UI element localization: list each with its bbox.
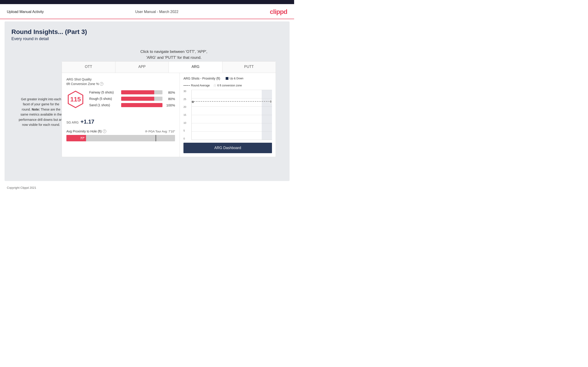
right-panel: ARG Shots - Proximity (ft) Up & Down Rou… — [180, 73, 276, 157]
header: Upload Manual Activity User Manual - Mar… — [0, 4, 294, 19]
card-body: ARG Shot Quality 6ft Conversion Zone % ? — [62, 73, 276, 157]
sg-value: +1.17 — [80, 118, 95, 125]
page-title-section: Round Insights... (Part 3) Every round i… — [11, 28, 283, 41]
rough-row: Rough (5 shots) 80% — [89, 97, 175, 101]
hexagon-bars-row: 115 Fairway (5 shots) 80% — [66, 90, 175, 114]
proximity-value: 77' — [80, 136, 85, 140]
arg-dashboard-button[interactable]: ARG Dashboard — [183, 143, 272, 153]
legend-dash-icon — [183, 85, 190, 86]
grid-line-15 — [192, 115, 272, 115]
legend-sq-icon — [226, 77, 228, 80]
dashboard-card: OTT APP ARG PUTT ARG Shot Quality 6ft Co… — [62, 61, 276, 157]
proximity-cursor — [156, 135, 156, 141]
y-axis-labels: 30 25 20 15 10 5 0 — [183, 90, 186, 140]
fairway-label: Fairway (5 shots) — [89, 91, 119, 94]
panel-header: ARG Shot Quality 6ft Conversion Zone % ? — [66, 77, 175, 86]
grid-line-10 — [192, 123, 272, 123]
page-subtitle: Every round in detail — [11, 36, 283, 41]
pga-avg: ⟳ PGA Tour Avg: 7'10" — [145, 130, 175, 133]
nav-hint: Click to navigate between 'OTT', 'APP','… — [140, 49, 208, 60]
tabs-container: OTT APP ARG PUTT — [62, 62, 276, 73]
shot-quality-bars: Fairway (5 shots) 80% Rough (5 shots) — [89, 90, 175, 109]
clippd-logo: clippd — [270, 8, 287, 16]
grid-line-30 — [192, 90, 272, 90]
legend-round-avg: Round Average — [183, 84, 210, 87]
proximity-label: Avg Proximity to Hole (ft) ? — [66, 129, 106, 133]
tab-app[interactable]: APP — [115, 62, 169, 73]
info-icon[interactable]: ? — [100, 82, 103, 86]
left-description: Get greater insight into each facet of y… — [18, 97, 64, 127]
conversion-zone-label: 6ft Conversion Zone % ? — [66, 82, 103, 86]
right-panel-header: ARG Shots - Proximity (ft) Up & Down Rou… — [183, 77, 272, 87]
top-bar — [0, 0, 294, 4]
rough-bar — [121, 97, 163, 101]
fairway-bar — [121, 90, 163, 94]
chart-wrapper: 30 25 20 15 10 5 0 — [183, 90, 272, 140]
sand-bar — [121, 103, 163, 107]
upload-manual-label[interactable]: Upload Manual Activity — [7, 10, 44, 14]
user-manual-date: User Manual - March 2022 — [135, 10, 178, 14]
content-wrapper: Round Insights... (Part 3) Every round i… — [11, 28, 283, 174]
sand-pct: 100% — [165, 103, 175, 107]
fairway-row: Fairway (5 shots) 80% — [89, 90, 175, 94]
hexagon: 115 — [66, 90, 85, 108]
legend-conversion-zone: 6 ft conversion zone — [214, 84, 242, 87]
sg-section: SG ARG +1.17 — [66, 118, 175, 125]
grid-line-5 — [192, 131, 272, 132]
copyright: Copyright Clippd 2021 — [7, 186, 36, 189]
dashed-line-label: 8 — [269, 100, 272, 103]
sg-label: SG ARG — [66, 121, 79, 124]
tab-putt[interactable]: PUTT — [223, 62, 276, 73]
sand-label: Sand (1 shots) — [89, 103, 119, 107]
grid-line-20 — [192, 107, 272, 107]
fairway-bar-fill — [121, 90, 154, 94]
dashed-avg-line: 8 — [192, 101, 272, 103]
proximity-bar-container: 77' — [66, 135, 175, 141]
rough-bar-fill — [121, 97, 154, 101]
rough-label: Rough (5 shots) — [89, 97, 119, 100]
grid-line-25 — [192, 98, 272, 99]
proximity-bar-fill: 77' — [66, 135, 86, 141]
proximity-section: Avg Proximity to Hole (ft) ? ⟳ PGA Tour … — [66, 129, 175, 141]
tab-arg[interactable]: ARG — [169, 62, 223, 73]
main-content: Round Insights... (Part 3) Every round i… — [5, 21, 290, 181]
left-panel: ARG Shot Quality 6ft Conversion Zone % ? — [62, 73, 180, 157]
right-panel-title: ARG Shots - Proximity (ft) — [183, 77, 220, 80]
shot-quality-label: ARG Shot Quality — [66, 77, 103, 81]
rough-pct: 80% — [165, 97, 175, 101]
page-title: Round Insights... (Part 3) — [11, 28, 283, 36]
footer: Copyright Clippd 2021 — [0, 183, 294, 192]
legend-hatch-icon — [214, 84, 216, 87]
legend-up-down: Up & Down — [226, 77, 243, 80]
sand-row: Sand (1 shots) 100% — [89, 103, 175, 107]
dashed-line-dot — [192, 101, 194, 103]
proximity-header: Avg Proximity to Hole (ft) ? ⟳ PGA Tour … — [66, 129, 175, 133]
highlight-column — [262, 90, 272, 140]
fairway-pct: 80% — [165, 91, 175, 94]
tab-ott[interactable]: OTT — [62, 62, 115, 73]
note-bold: Note: — [32, 108, 40, 111]
proximity-info-icon[interactable]: ? — [103, 129, 106, 133]
sand-bar-fill — [121, 103, 163, 107]
chart-area: 8 — [191, 90, 272, 140]
hexagon-value: 115 — [70, 96, 81, 103]
